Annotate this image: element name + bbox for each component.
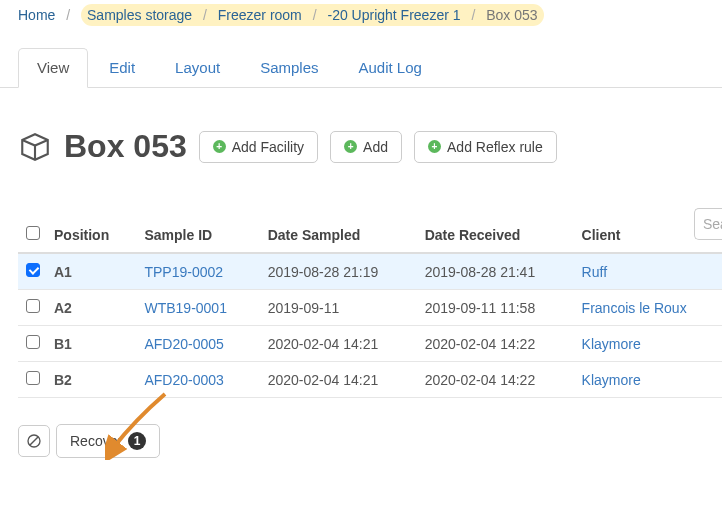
- cell-client[interactable]: Francois le Roux: [582, 300, 687, 316]
- col-position: Position: [44, 217, 134, 253]
- footer-actions: Recover 1: [0, 398, 722, 484]
- cell-date-received: 2019-09-11 11:58: [415, 290, 572, 326]
- crumb-highlight: Samples storage / Freezer room / -20 Upr…: [81, 4, 544, 26]
- cell-position: B2: [54, 372, 72, 388]
- table-row[interactable]: B1 AFD20-0005 2020-02-04 14:21 2020-02-0…: [18, 326, 722, 362]
- tab-view[interactable]: View: [18, 48, 88, 88]
- cell-sample-id[interactable]: TPP19-0002: [144, 264, 223, 280]
- cell-date-received: 2019-08-28 21:41: [415, 253, 572, 290]
- add-label: Add: [363, 139, 388, 155]
- crumb-freezer-room[interactable]: Freezer room: [218, 7, 302, 23]
- add-button[interactable]: + Add: [330, 131, 402, 163]
- tabs: View Edit Layout Samples Audit Log: [0, 30, 722, 88]
- cell-date-received: 2020-02-04 14:22: [415, 326, 572, 362]
- recover-label: Recover: [70, 433, 122, 449]
- add-facility-button[interactable]: + Add Facility: [199, 131, 318, 163]
- box-icon: [18, 130, 52, 164]
- breadcrumb: Home / Samples storage / Freezer room / …: [0, 0, 722, 30]
- row-checkbox[interactable]: [26, 299, 40, 313]
- crumb-sep: /: [306, 7, 324, 23]
- crumb-home[interactable]: Home: [18, 7, 55, 23]
- cell-position: B1: [54, 336, 72, 352]
- cell-position: A1: [54, 264, 72, 280]
- add-reflex-label: Add Reflex rule: [447, 139, 543, 155]
- col-date-received: Date Received: [415, 217, 572, 253]
- samples-table: Position Sample ID Date Sampled Date Rec…: [18, 217, 722, 398]
- svg-line-1: [30, 437, 38, 445]
- cell-date-sampled: 2020-02-04 14:21: [258, 362, 415, 398]
- cell-date-sampled: 2019-08-28 21:19: [258, 253, 415, 290]
- col-date-sampled: Date Sampled: [258, 217, 415, 253]
- cell-date-received: 2020-02-04 14:22: [415, 362, 572, 398]
- table-row[interactable]: A1 TPP19-0002 2019-08-28 21:19 2019-08-2…: [18, 253, 722, 290]
- crumb-freezer[interactable]: -20 Upright Freezer 1: [327, 7, 460, 23]
- plus-icon: +: [213, 140, 226, 153]
- cell-client[interactable]: Ruff: [582, 264, 607, 280]
- add-reflex-rule-button[interactable]: + Add Reflex rule: [414, 131, 557, 163]
- tab-layout[interactable]: Layout: [156, 48, 239, 87]
- crumb-sep: /: [196, 7, 214, 23]
- crumb-current: Box 053: [486, 7, 537, 23]
- cell-sample-id[interactable]: WTB19-0001: [144, 300, 226, 316]
- cancel-icon: [26, 433, 42, 449]
- crumb-sep: /: [464, 7, 482, 23]
- page-header: Box 053 + Add Facility + Add + Add Refle…: [0, 88, 722, 185]
- search-input[interactable]: Sea: [694, 208, 722, 240]
- plus-icon: +: [428, 140, 441, 153]
- recover-button[interactable]: Recover 1: [56, 424, 160, 458]
- cell-sample-id[interactable]: AFD20-0003: [144, 372, 223, 388]
- cell-date-sampled: 2019-09-11: [258, 290, 415, 326]
- cell-sample-id[interactable]: AFD20-0005: [144, 336, 223, 352]
- row-checkbox[interactable]: [26, 335, 40, 349]
- plus-icon: +: [344, 140, 357, 153]
- recover-count-badge: 1: [128, 432, 146, 450]
- tab-samples[interactable]: Samples: [241, 48, 337, 87]
- row-checkbox[interactable]: [26, 263, 40, 277]
- select-all-checkbox[interactable]: [26, 226, 40, 240]
- tab-edit[interactable]: Edit: [90, 48, 154, 87]
- tab-audit-log[interactable]: Audit Log: [340, 48, 441, 87]
- col-sample-id: Sample ID: [134, 217, 257, 253]
- cell-date-sampled: 2020-02-04 14:21: [258, 326, 415, 362]
- page-title: Box 053: [18, 128, 187, 165]
- crumb-samples-storage[interactable]: Samples storage: [87, 7, 192, 23]
- row-checkbox[interactable]: [26, 371, 40, 385]
- add-facility-label: Add Facility: [232, 139, 304, 155]
- table-row[interactable]: B2 AFD20-0003 2020-02-04 14:21 2020-02-0…: [18, 362, 722, 398]
- page-title-text: Box 053: [64, 128, 187, 165]
- cell-client[interactable]: Klaymore: [582, 372, 641, 388]
- col-checkbox: [18, 217, 44, 253]
- cancel-button[interactable]: [18, 425, 50, 457]
- crumb-sep: /: [59, 7, 77, 23]
- cell-position: A2: [54, 300, 72, 316]
- table-row[interactable]: A2 WTB19-0001 2019-09-11 2019-09-11 11:5…: [18, 290, 722, 326]
- cell-client[interactable]: Klaymore: [582, 336, 641, 352]
